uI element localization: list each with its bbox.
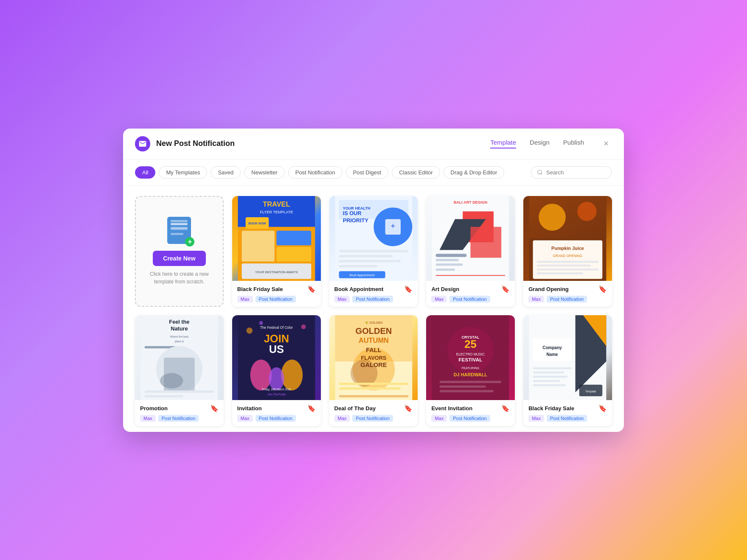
card-title-6: Invitation (237, 405, 262, 412)
card-image-nature: Feel the Nature Where the best place is (135, 315, 224, 400)
tab-template[interactable]: Template (490, 139, 516, 148)
svg-text:+: + (390, 222, 395, 230)
card-footer-8: Event Invitation 🔖 Max Post Notification (426, 400, 515, 426)
create-new-button[interactable]: Create New (153, 251, 205, 266)
tag-post-7: Post Notification (352, 415, 393, 422)
svg-rect-25 (339, 255, 393, 257)
bookmark-icon-9[interactable]: 🔖 (598, 404, 607, 412)
health-svg: YOUR HEALTH IS OUR PRIORITY + Book Appoi… (329, 196, 418, 281)
bookmark-icon-7[interactable]: 🔖 (404, 404, 413, 412)
svg-rect-24 (339, 250, 408, 252)
svg-text:Name: Name (547, 352, 559, 357)
card-title-9: Black Friday Sale (528, 405, 574, 412)
modal-header: New Post Notification Template Design Pu… (123, 129, 624, 160)
filter-post-notification[interactable]: Post Notification (288, 166, 343, 179)
bookmark-icon-8[interactable]: 🔖 (501, 404, 510, 412)
bookmark-icon-3[interactable]: 🔖 (501, 285, 510, 293)
card-tags-5: Max Post Notification (140, 415, 219, 422)
card-tags-3: Max Post Notification (431, 296, 510, 302)
search-input[interactable] (546, 169, 606, 176)
svg-rect-85 (339, 387, 400, 389)
bookmark-icon-2[interactable]: 🔖 (404, 285, 413, 293)
bookmark-icon-1[interactable]: 🔖 (307, 285, 316, 293)
template-card-promotion[interactable]: Feel the Nature Where the best place is (135, 315, 224, 426)
svg-rect-27 (339, 265, 377, 267)
tag-post-3: Post Notification (449, 296, 490, 302)
tag-post-4: Post Notification (547, 296, 587, 302)
card-tags-8: Max Post Notification (431, 415, 510, 422)
card-title-row-7: Deal of The Day 🔖 (334, 404, 413, 412)
tab-publish[interactable]: Publish (563, 139, 584, 148)
svg-rect-12 (276, 230, 311, 245)
filter-post-digest[interactable]: Post Digest (346, 166, 388, 179)
card-image-electro: CRYSTAL 25 ELECTRO MUSIC FESTIVAL FEATUR… (426, 315, 515, 400)
card-footer-5: Promotion 🔖 Max Post Notification (135, 400, 224, 426)
template-card-art-design[interactable]: BALI ART DESIGN Art Design 🔖 (426, 196, 515, 307)
filter-drag-drop[interactable]: Drag & Drop Editor (444, 166, 505, 179)
svg-text:Where the best: Where the best (170, 335, 188, 338)
svg-text:Feel the: Feel the (169, 319, 189, 325)
template-card-black-friday-sale-1[interactable]: TRAVEL FLYER TEMPLATE BOOK NOW YOUR DEST… (232, 196, 321, 307)
autumn-svg: 🌾 GOLDEN GOLDEN AUTUMN FALL FLAVORS GALO… (329, 315, 418, 400)
card-preview-festival: The Festival Of Color JOIN US Friday, 18… (232, 315, 321, 400)
template-card-black-friday-sale-2[interactable]: Company Name Template Black Friday Sale (523, 315, 612, 426)
svg-point-0 (538, 170, 542, 174)
tab-design[interactable]: Design (530, 139, 550, 148)
card-tags-2: Max Post Notification (334, 296, 413, 302)
card-image-art: BALI ART DESIGN (426, 196, 515, 281)
card-preview-art: BALI ART DESIGN (426, 196, 515, 281)
svg-text:25: 25 (465, 338, 477, 350)
bookmark-icon-5[interactable]: 🔖 (210, 404, 219, 412)
svg-rect-13 (276, 247, 311, 262)
bookmark-icon-6[interactable]: 🔖 (307, 404, 316, 412)
template-card-event-invitation[interactable]: CRYSTAL 25 ELECTRO MUSIC FESTIVAL FEATUR… (426, 315, 515, 426)
svg-point-64 (301, 324, 306, 329)
template-card-book-appointment[interactable]: YOUR HEALTH IS OUR PRIORITY + Book Appoi… (329, 196, 418, 307)
card-image-travel: TRAVEL FLYER TEMPLATE BOOK NOW YOUR DEST… (232, 196, 321, 281)
svg-point-63 (246, 328, 253, 334)
svg-rect-106 (533, 375, 568, 378)
svg-text:place is: place is (175, 339, 184, 343)
svg-rect-38 (436, 268, 455, 270)
card-title-row-8: Event Invitation 🔖 (431, 404, 510, 412)
card-title-row-1: Black Friday Sale 🔖 (237, 285, 316, 293)
template-card-deal-of-the-day[interactable]: 🌾 GOLDEN GOLDEN AUTUMN FALL FLAVORS GALO… (329, 315, 418, 426)
svg-text:Join The Portal: Join The Portal (267, 393, 286, 396)
tag-max-2: Max (334, 296, 350, 302)
filter-newsletter[interactable]: Newsletter (244, 166, 284, 179)
svg-point-43 (577, 202, 596, 221)
card-tags-7: Max Post Notification (334, 415, 413, 422)
card-preview-travel: TRAVEL FLYER TEMPLATE BOOK NOW YOUR DEST… (232, 196, 321, 281)
template-card-grand-opening[interactable]: Pumpkin Juice GRAND OPENING Grand Openin… (523, 196, 612, 307)
bookmark-icon-4[interactable]: 🔖 (598, 285, 607, 293)
svg-text:🌾 GOLDEN: 🌾 GOLDEN (365, 321, 382, 325)
card-image-company: Company Name Template (523, 315, 612, 400)
svg-rect-49 (537, 268, 598, 270)
svg-text:TRAVEL: TRAVEL (263, 200, 290, 208)
filter-my-templates[interactable]: My Templates (159, 166, 207, 179)
svg-rect-97 (440, 390, 494, 392)
search-box[interactable] (531, 166, 612, 179)
svg-text:GOLDEN: GOLDEN (355, 326, 392, 335)
company-svg: Company Name Template (523, 315, 612, 400)
template-card-invitation[interactable]: The Festival Of Color JOIN US Friday, 18… (232, 315, 321, 426)
card-footer-3: Art Design 🔖 Max Post Notification (426, 281, 515, 307)
filter-classic-editor[interactable]: Classic Editor (392, 166, 440, 179)
card-tags-6: Max Post Notification (237, 415, 316, 422)
card-image-festival: The Festival Of Color JOIN US Friday, 18… (232, 315, 321, 400)
svg-rect-47 (537, 260, 598, 263)
modal-title: New Post Notification (156, 139, 484, 148)
filter-all[interactable]: All (135, 166, 155, 179)
svg-rect-48 (537, 264, 591, 266)
create-new-card[interactable]: + Create New Click here to create a new … (135, 196, 224, 307)
svg-rect-60 (145, 390, 214, 392)
svg-text:The Festival Of Color: The Festival Of Color (260, 325, 293, 329)
svg-text:FEATURING: FEATURING (462, 366, 480, 370)
svg-rect-96 (440, 385, 486, 387)
filter-saved[interactable]: Saved (211, 166, 241, 179)
close-button[interactable]: × (600, 138, 612, 150)
card-title-row-9: Black Friday Sale 🔖 (528, 404, 607, 412)
tag-max-5: Max (140, 415, 156, 422)
svg-rect-50 (537, 272, 583, 274)
svg-text:BOOK NOW: BOOK NOW (248, 221, 266, 225)
